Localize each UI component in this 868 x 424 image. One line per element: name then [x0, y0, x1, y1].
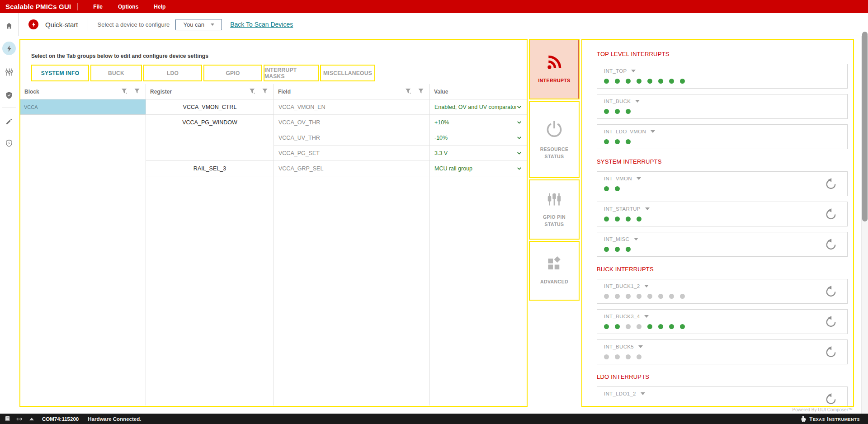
field-cell: VCCA_GRP_SEL [274, 161, 429, 176]
shield-bolt-icon[interactable] [0, 134, 18, 152]
value-dropdown[interactable]: -10% [430, 130, 527, 146]
filter-icon[interactable] [262, 88, 268, 95]
tab-ldo[interactable]: LDO [143, 65, 202, 81]
interrupt-dots [604, 139, 847, 144]
tab-buck[interactable]: BUCK [90, 65, 142, 81]
tab-interrupt-masks[interactable]: INTERRUPT MASKS [264, 65, 319, 81]
value-dropdown[interactable]: 3.3 V [430, 146, 527, 161]
interrupt-dropdown[interactable]: INT_STARTUP [604, 206, 650, 212]
reset-interrupt-button[interactable] [825, 238, 837, 251]
filter-icon[interactable] [134, 88, 140, 95]
side-tab-gpio-pin-status[interactable]: GPIO PIN STATUS [529, 179, 580, 240]
tab-system-info[interactable]: SYSTEM INFO [31, 65, 89, 81]
side-tab-advanced[interactable]: ADVANCED [529, 241, 580, 301]
clear-filter-icon[interactable] [121, 88, 128, 95]
table-header-row: Block Register Field [20, 84, 527, 99]
home-icon[interactable] [0, 17, 18, 35]
reset-interrupt-button[interactable] [825, 316, 837, 328]
quickstart-flash-icon[interactable] [0, 39, 18, 57]
value-dropdown[interactable]: Enabled; OV and UV comparators [430, 99, 527, 115]
chevron-down-icon [516, 165, 522, 171]
interrupt-dots [604, 354, 847, 359]
interrupt-dropdown[interactable]: INT_MISC [604, 236, 638, 242]
interrupt-section-rows: INT_TOP INT_BUCK INT_LDO_VMON [597, 64, 848, 149]
menu-help[interactable]: Help [154, 4, 165, 10]
interrupt-status-dot [626, 354, 631, 359]
menu-options[interactable]: Options [118, 4, 138, 10]
reset-interrupt-button[interactable] [825, 178, 837, 190]
side-tab-interrupts[interactable]: INTERRUPTS [529, 39, 580, 99]
interrupt-status-dot [637, 217, 642, 221]
interrupt-status-dot [626, 247, 631, 252]
connection-link-icon[interactable] [15, 416, 23, 422]
interrupt-status-dot [615, 294, 620, 299]
menu-file[interactable]: File [93, 4, 103, 10]
edit-pencil-icon[interactable] [0, 113, 18, 131]
interrupt-status-dot [637, 324, 642, 329]
block-row-vcca[interactable]: VCCA [20, 99, 146, 115]
interrupt-name: INT_BUCK [604, 99, 631, 104]
chevron-down-icon [516, 104, 522, 110]
interrupt-dropdown[interactable]: INT_BUCK [604, 99, 640, 104]
interrupt-section: LDO INTERRUPTS INT_LDO1_2 [597, 373, 848, 407]
value-dropdown[interactable]: MCU rail group [430, 161, 527, 176]
tab-miscellaneous[interactable]: MISCELLANEOUS [320, 65, 375, 81]
device-select-dropdown[interactable]: You can [175, 19, 222, 30]
quickstart-label: Quick-start [45, 21, 78, 28]
undo-reset-icon [825, 346, 837, 358]
side-tab-resource-status[interactable]: RESOURCE STATUS [529, 101, 580, 178]
clear-filter-icon[interactable] [405, 88, 412, 95]
interrupt-dropdown[interactable]: INT_TOP [604, 68, 636, 74]
chevron-down-icon [641, 392, 645, 395]
vertical-scrollbar-thumb[interactable] [862, 32, 868, 221]
interrupt-register-card: INT_BUCK3_4 [597, 309, 848, 334]
reset-interrupt-button[interactable] [825, 285, 837, 298]
vertical-scrollbar-track[interactable] [861, 36, 868, 414]
interrupt-dropdown[interactable]: INT_BUCK3_4 [604, 314, 649, 319]
filter-icon[interactable] [418, 88, 424, 95]
undo-reset-icon [825, 285, 837, 298]
interrupt-dropdown[interactable]: INT_BUCK1_2 [604, 283, 649, 289]
tab-gpio[interactable]: GPIO [203, 65, 262, 81]
reset-interrupt-button[interactable] [825, 208, 837, 221]
interrupt-dropdown[interactable]: INT_BUCK5 [604, 344, 643, 349]
interrupt-status-dot [669, 79, 674, 84]
interrupt-status-dot [604, 354, 609, 359]
interrupt-name: INT_TOP [604, 68, 627, 74]
interrupt-section-title: BUCK INTERRUPTS [597, 266, 848, 273]
interrupt-dots [604, 217, 847, 221]
clear-filter-icon[interactable] [249, 88, 256, 95]
interrupt-section-rows: INT_BUCK1_2 INT_BUCK3_4 INT_BUCK5 [597, 279, 848, 364]
back-to-scan-devices-link[interactable]: Back To Scan Devices [230, 21, 293, 28]
reset-interrupt-button[interactable] [825, 393, 837, 405]
interrupt-dropdown[interactable]: INT_VMON [604, 176, 641, 181]
expand-log-caret-icon[interactable] [29, 418, 34, 420]
interrupt-dropdown[interactable]: INT_LDO_VMON [604, 129, 655, 134]
undo-reset-icon [825, 393, 837, 405]
register-table: Block Register Field [20, 84, 527, 406]
interrupt-register-card: INT_TOP [597, 64, 848, 89]
reset-interrupt-button[interactable] [825, 346, 837, 358]
tune-icon[interactable] [0, 63, 18, 81]
quickstart-flash-badge-icon [28, 19, 38, 29]
interrupt-status-dot [626, 217, 631, 221]
widgets-icon [546, 256, 562, 272]
interrupt-status-dot [604, 79, 609, 84]
log-book-icon[interactable] [5, 415, 11, 422]
chevron-down-icon [645, 207, 650, 210]
interrupt-section-rows: INT_LDO1_2 [597, 386, 848, 407]
rss-icon [546, 54, 563, 71]
interrupt-status-dot [637, 79, 642, 84]
texas-map-icon [800, 415, 807, 423]
value-column: Enabled; OV and UV comparators +10% -10%… [430, 99, 527, 405]
menubar-divider [77, 3, 78, 10]
value-dropdown[interactable]: +10% [430, 115, 527, 130]
interrupts-panel: TOP LEVEL INTERRUPTS INT_TOP INT_BUCK IN… [581, 39, 854, 407]
sidebar-divider [2, 108, 16, 108]
interrupt-status-dot [680, 324, 685, 329]
interrupt-dropdown[interactable]: INT_LDO1_2 [604, 391, 645, 396]
shield-check-icon[interactable] [0, 86, 18, 104]
register-cell: RAIL_SEL_3 [146, 161, 274, 176]
interrupt-name: INT_BUCK3_4 [604, 314, 640, 319]
chevron-down-icon [635, 100, 640, 103]
